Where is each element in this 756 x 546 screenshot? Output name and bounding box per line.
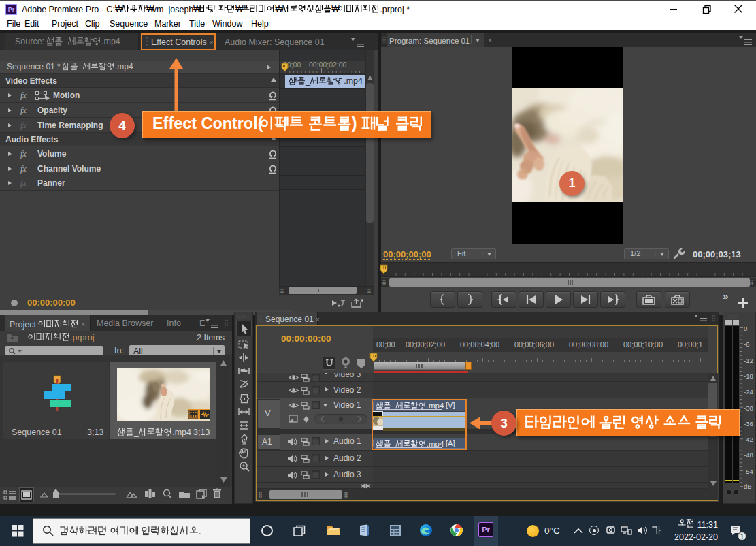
svg-text:₩: ₩ <box>235 4 244 14</box>
svg-text:): ) <box>352 114 366 132</box>
svg-text:_: _ <box>63 37 69 46</box>
svg-text:.mp4: .mp4 <box>115 62 133 71</box>
svg-text:Info: Info <box>167 319 181 328</box>
svg-text:.mp4: .mp4 <box>172 428 191 437</box>
svg-text:Effect Control(: Effect Control( <box>152 114 267 132</box>
svg-text:Video 3: Video 3 <box>333 373 361 379</box>
svg-text:_: _ <box>133 428 139 437</box>
svg-text:₩: ₩ <box>276 4 284 14</box>
svg-text:_: _ <box>305 76 311 86</box>
svg-text:₩: ₩ <box>115 4 123 14</box>
svg-text:.mp4: .mp4 <box>344 76 363 86</box>
svg-text:₩: ₩ <box>146 4 154 14</box>
svg-text:Sequence 01 *: Sequence 01 * <box>7 62 63 71</box>
svg-text:_: _ <box>78 62 83 71</box>
svg-text:₩: ₩ <box>193 4 203 14</box>
svg-text:Media Browser: Media Browser <box>97 319 153 328</box>
svg-text:₩: ₩ <box>332 4 340 14</box>
svg-text:Source:: Source: <box>15 37 47 46</box>
svg-text:.mp4: .mp4 <box>101 37 120 46</box>
svg-text:.: . <box>199 526 201 536</box>
svg-text:Audio Mixer: Sequence 01: Audio Mixer: Sequence 01 <box>225 37 325 47</box>
